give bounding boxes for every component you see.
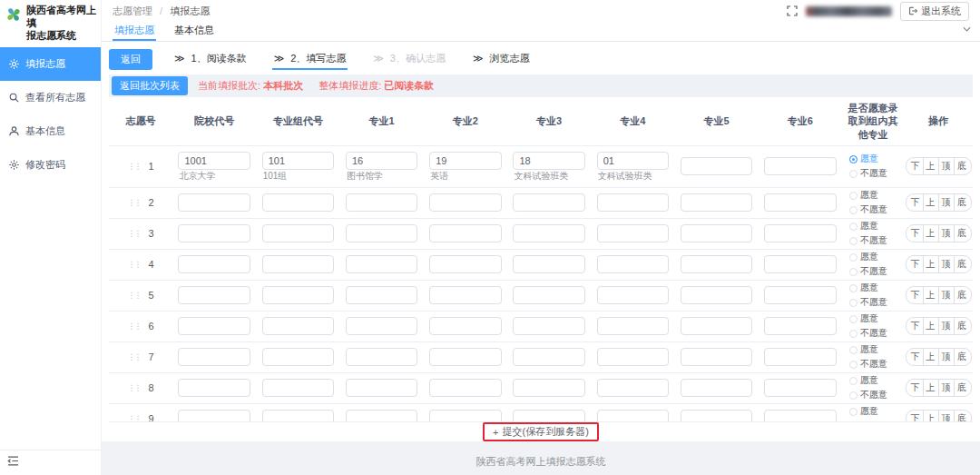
code-input[interactable] — [513, 348, 584, 366]
code-input[interactable] — [346, 193, 417, 212]
tab-basic-info[interactable]: 基本信息 — [172, 21, 216, 41]
code-input[interactable] — [681, 317, 752, 335]
code-input[interactable] — [597, 286, 669, 304]
code-input[interactable] — [513, 193, 584, 212]
radio-unwilling[interactable]: 不愿意 — [849, 327, 887, 340]
radio-willing[interactable]: 愿意 — [849, 282, 878, 294]
move-top-button[interactable]: 顶 — [938, 255, 955, 273]
code-input[interactable] — [262, 286, 334, 304]
move-down-button[interactable]: 下 — [906, 348, 924, 366]
code-input[interactable] — [597, 255, 669, 273]
move-bottom-button[interactable]: 底 — [954, 379, 972, 397]
move-up-button[interactable]: 上 — [923, 317, 939, 335]
code-input[interactable] — [429, 193, 501, 212]
code-input[interactable] — [262, 224, 334, 242]
radio-unwilling[interactable]: 不愿意 — [849, 296, 887, 309]
code-input[interactable] — [178, 152, 250, 170]
drag-handle-icon[interactable]: ⋮⋮ — [127, 383, 142, 392]
drag-handle-icon[interactable]: ⋮⋮ — [127, 414, 142, 421]
code-input[interactable] — [597, 193, 669, 212]
code-input[interactable] — [681, 379, 752, 397]
code-input[interactable] — [764, 157, 836, 175]
move-up-button[interactable]: 上 — [923, 193, 939, 212]
code-input[interactable] — [681, 157, 752, 175]
move-top-button[interactable]: 顶 — [938, 317, 955, 335]
code-input[interactable] — [597, 224, 669, 242]
code-input[interactable] — [429, 286, 501, 304]
move-bottom-button[interactable]: 底 — [954, 348, 972, 366]
code-input[interactable] — [513, 152, 584, 170]
code-input[interactable] — [346, 379, 417, 397]
code-input[interactable] — [513, 224, 584, 242]
code-input[interactable] — [178, 379, 250, 397]
code-input[interactable] — [764, 348, 836, 366]
move-top-button[interactable]: 顶 — [938, 410, 955, 421]
move-down-button[interactable]: 下 — [906, 157, 924, 175]
move-down-button[interactable]: 下 — [906, 379, 924, 397]
code-input[interactable] — [429, 255, 501, 273]
drag-handle-icon[interactable]: ⋮⋮ — [127, 352, 142, 361]
move-up-button[interactable]: 上 — [923, 157, 939, 175]
radio-willing[interactable]: 愿意 — [849, 153, 878, 165]
radio-willing[interactable]: 愿意 — [849, 312, 878, 325]
submit-button[interactable]: + 提交(保存到服务器) — [483, 422, 599, 441]
sidebar-item-fill-volunteer[interactable]: 填报志愿 — [0, 47, 101, 81]
radio-willing[interactable]: 愿意 — [849, 343, 878, 356]
breadcrumb-section[interactable]: 志愿管理 — [113, 5, 152, 16]
radio-willing[interactable]: 愿意 — [849, 374, 878, 387]
back-button[interactable]: 返回 — [109, 49, 152, 70]
code-input[interactable] — [681, 224, 752, 242]
move-down-button[interactable]: 下 — [906, 286, 924, 304]
move-top-button[interactable]: 顶 — [938, 379, 955, 397]
code-input[interactable] — [346, 286, 417, 304]
code-input[interactable] — [178, 224, 250, 242]
code-input[interactable] — [178, 410, 250, 421]
code-input[interactable] — [681, 348, 752, 366]
chevron-down-icon[interactable] — [963, 25, 971, 35]
logout-button[interactable]: 退出系统 — [900, 2, 969, 21]
code-input[interactable] — [597, 152, 669, 170]
move-up-button[interactable]: 上 — [923, 286, 939, 304]
code-input[interactable] — [597, 348, 669, 366]
move-bottom-button[interactable]: 底 — [954, 193, 972, 212]
code-input[interactable] — [764, 286, 836, 304]
code-input[interactable] — [764, 255, 836, 273]
code-input[interactable] — [513, 317, 584, 335]
radio-unwilling[interactable]: 不愿意 — [849, 167, 887, 180]
drag-handle-icon[interactable]: ⋮⋮ — [127, 260, 142, 269]
code-input[interactable] — [429, 379, 501, 397]
code-input[interactable] — [597, 379, 669, 397]
move-bottom-button[interactable]: 底 — [954, 410, 972, 421]
radio-unwilling[interactable]: 不愿意 — [849, 358, 887, 371]
code-input[interactable] — [262, 152, 334, 170]
sidebar-item-view-all-volunteers[interactable]: 查看所有志愿 — [0, 81, 101, 114]
step-1[interactable]: ≫1、阅读条款 — [172, 49, 249, 70]
radio-unwilling[interactable]: 不愿意 — [849, 203, 887, 216]
code-input[interactable] — [764, 410, 836, 421]
fullscreen-icon[interactable] — [787, 5, 798, 16]
code-input[interactable] — [346, 255, 417, 273]
radio-willing[interactable]: 愿意 — [849, 405, 878, 418]
move-top-button[interactable]: 顶 — [938, 224, 955, 242]
code-input[interactable] — [429, 317, 501, 335]
code-input[interactable] — [513, 255, 584, 273]
move-top-button[interactable]: 顶 — [938, 157, 955, 175]
move-top-button[interactable]: 顶 — [938, 193, 955, 212]
code-input[interactable] — [346, 348, 417, 366]
code-input[interactable] — [681, 410, 752, 421]
code-input[interactable] — [178, 286, 250, 304]
code-input[interactable] — [262, 193, 334, 212]
code-input[interactable] — [764, 317, 836, 335]
move-up-button[interactable]: 上 — [923, 379, 939, 397]
move-top-button[interactable]: 顶 — [938, 348, 955, 366]
code-input[interactable] — [764, 379, 836, 397]
move-bottom-button[interactable]: 底 — [954, 224, 972, 242]
radio-willing[interactable]: 愿意 — [849, 251, 878, 263]
step-3[interactable]: ≫3、确认志愿 — [371, 49, 447, 70]
move-bottom-button[interactable]: 底 — [954, 317, 972, 335]
code-input[interactable] — [346, 224, 417, 242]
code-input[interactable] — [597, 317, 669, 335]
radio-unwilling[interactable]: 不愿意 — [849, 265, 887, 278]
step-2[interactable]: ≫2、填写志愿 — [272, 49, 348, 70]
move-up-button[interactable]: 上 — [923, 224, 939, 242]
